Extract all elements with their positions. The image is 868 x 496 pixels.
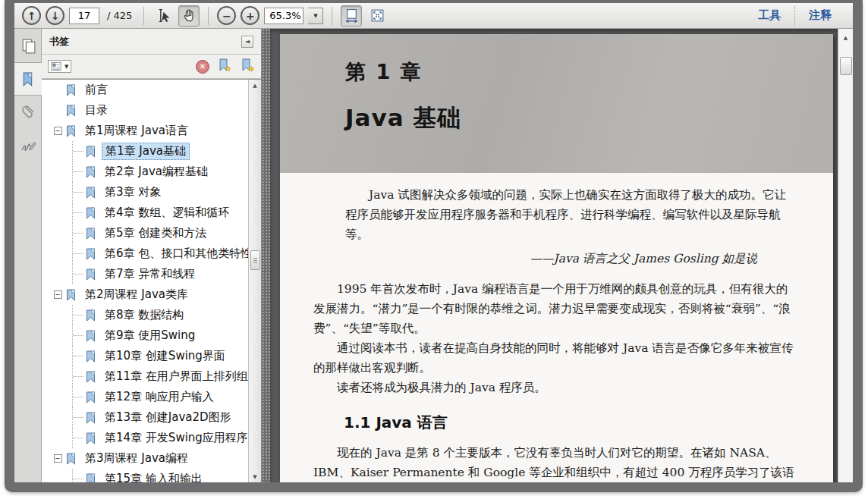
bookmark-item[interactable]: 第9章 使用Swing: [42, 325, 248, 346]
scroll-up-icon[interactable]: ▲: [840, 32, 851, 43]
bookmark-icon: [64, 104, 77, 118]
bookmark-icon: [84, 472, 97, 483]
previous-page-button[interactable]: ↑: [22, 6, 41, 25]
bookmark-label: 第11章 在用户界面上排列组件: [102, 369, 248, 385]
bookmark-item[interactable]: 第6章 包、接口和其他类特性: [42, 243, 248, 264]
bookmark-actions-group: ✕: [196, 58, 255, 76]
bookmark-icon: [84, 268, 97, 281]
comments-panel-link[interactable]: 注释: [795, 8, 845, 23]
fit-width-icon: [344, 8, 360, 24]
page-body-text: Java 试图解决众多领域的问题，实际上也确实在这方面取得了极大的成功。它让程序…: [280, 173, 833, 482]
select-tool-button[interactable]: [153, 5, 174, 27]
signatures-tab[interactable]: [14, 129, 42, 162]
bookmark-label: 第7章 异常和线程: [102, 266, 198, 282]
pdf-page: 第 1 章 Java 基础 Java 试图解决众多领域的问题，实际上也确实在这方…: [280, 34, 833, 482]
bookmark-item[interactable]: − 第2周课程 Java类库: [42, 284, 248, 305]
expand-slot: −: [51, 290, 64, 299]
main-toolbar: ↑ ↓ / 425 − + ▼: [14, 3, 853, 29]
page-thumbnails-icon: [20, 37, 37, 55]
bookmark-icon: [64, 288, 77, 302]
body-paragraph: 通过阅读本书，读者在提高自身技能的同时，将能够对 Java 语言是否像它多年来被…: [313, 338, 797, 378]
bookmark-label: 第5章 创建类和方法: [102, 225, 209, 241]
section-heading: 1.1 Java 语言: [344, 413, 797, 432]
bookmark-icon: [84, 186, 97, 199]
hand-tool-button[interactable]: [178, 5, 200, 27]
tree-scrollbar-thumb[interactable]: [250, 250, 260, 270]
zoom-in-button[interactable]: +: [241, 6, 259, 25]
bookmark-icon: [84, 432, 97, 445]
fit-width-button[interactable]: [341, 5, 362, 27]
zoom-out-button[interactable]: −: [217, 6, 236, 25]
bookmark-item[interactable]: 第5章 创建类和方法: [42, 223, 248, 243]
bookmark-item[interactable]: 第8章 数据结构: [42, 305, 248, 325]
bookmark-label: 第15章 输入和输出: [102, 471, 206, 482]
bookmark-item[interactable]: 第2章 Java编程基础: [42, 162, 248, 182]
toolbar-separator: [143, 7, 144, 25]
select-cursor-icon: [156, 8, 171, 24]
bookmark-item[interactable]: − 第1周课程 Java语言: [42, 121, 248, 141]
new-bookmark-star-icon: [217, 58, 232, 73]
page-thumbnails-tab[interactable]: [14, 29, 42, 62]
expand-slot: −: [51, 454, 64, 463]
bookmark-item[interactable]: 第10章 创建Swing界面: [42, 346, 248, 366]
scroll-up-icon[interactable]: ▲: [250, 80, 261, 91]
fit-page-icon: [370, 8, 385, 24]
epigraph-quote: Java 试图解决众多领域的问题，实际上也确实在这方面取得了极大的成功。它让程序…: [345, 185, 789, 244]
bookmark-label: 第1章 Java基础: [102, 143, 190, 160]
panel-title: 书签: [49, 35, 69, 49]
minus-icon: −: [222, 11, 231, 21]
page-number-input[interactable]: [69, 8, 99, 24]
tree-connector-line: [72, 202, 84, 223]
delete-bookmark-button[interactable]: ✕: [196, 60, 209, 74]
tree-connector-line: [72, 182, 84, 202]
body-paragraph: 现在的 Java 是第 8 个主要版本，它没有辜负当时人们对它的期望。在诸如 N…: [313, 443, 797, 482]
bookmarks-panel-header: 书签 ◄: [42, 29, 261, 55]
bookmark-item[interactable]: 第1章 Java基础: [42, 141, 248, 162]
bookmark-item[interactable]: 第14章 开发Swing应用程序: [42, 428, 248, 448]
bookmark-item[interactable]: 第4章 数组、逻辑和循环: [42, 202, 248, 223]
zoom-dropdown-button[interactable]: ▼: [308, 8, 323, 24]
tree-connector-line: [72, 141, 84, 162]
collapse-minus-icon[interactable]: −: [54, 454, 62, 463]
bookmarks-tab[interactable]: [14, 62, 42, 96]
bookmark-item[interactable]: 目录: [42, 100, 248, 121]
collapse-panel-button[interactable]: ◄: [241, 36, 253, 48]
bookmark-item[interactable]: 第13章 创建Java2D图形: [42, 407, 248, 428]
tree-connector-line: [72, 305, 84, 325]
bookmark-item[interactable]: − 第3周课程 Java编程: [42, 448, 248, 469]
document-scrollbar[interactable]: ▲: [838, 29, 853, 482]
scroll-down-icon[interactable]: ▼: [250, 471, 261, 482]
zoom-level-input[interactable]: [264, 8, 303, 24]
fit-page-button[interactable]: [366, 5, 388, 27]
new-bookmark-button[interactable]: [217, 58, 232, 76]
bookmark-label: 第3章 对象: [102, 184, 164, 200]
collapse-minus-icon[interactable]: −: [54, 127, 62, 135]
tools-panel-link[interactable]: 工具: [744, 8, 794, 23]
pdf-reader-window: ↑ ↓ / 425 − + ▼: [5, 0, 863, 492]
bookmark-icon: [84, 309, 97, 322]
bookmark-options-button[interactable]: ▼: [48, 60, 71, 73]
bookmark-label: 第3周课程 Java编程: [82, 450, 191, 466]
bookmark-item[interactable]: 第15章 输入和输出: [42, 469, 248, 482]
bookmark-icon: [64, 83, 77, 97]
bookmark-item[interactable]: 第12章 响应用户输入: [42, 387, 248, 407]
bookmark-item[interactable]: 前言: [42, 80, 248, 100]
collapse-minus-icon[interactable]: −: [54, 290, 62, 299]
attachments-tab[interactable]: [14, 96, 42, 129]
tree-connector-line: [72, 346, 84, 366]
goto-bookmark-button[interactable]: [240, 58, 255, 76]
quote-attribution: ——Java 语言之父 James Gosling 如是说: [313, 249, 757, 268]
delete-x-icon: ✕: [200, 62, 206, 71]
bookmark-item[interactable]: 第7章 异常和线程: [42, 264, 248, 284]
toolbar-separator: [332, 7, 332, 25]
panel-splitter[interactable]: [262, 29, 270, 482]
bookmark-item[interactable]: 第3章 对象: [42, 182, 248, 202]
chevron-down-icon: ▼: [313, 13, 317, 19]
bookmark-item[interactable]: 第11章 在用户界面上排列组件: [42, 366, 248, 387]
bookmark-tree-scrollbar[interactable]: ▲ ▼: [248, 80, 261, 482]
document-scrollbar-thumb[interactable]: [840, 57, 852, 75]
document-view-area[interactable]: 第 1 章 Java 基础 Java 试图解决众多领域的问题，实际上也确实在这方…: [270, 29, 838, 482]
bookmark-label: 第10章 创建Swing界面: [102, 348, 228, 364]
bookmark-icon: [64, 124, 77, 138]
next-page-button[interactable]: ↓: [46, 6, 64, 25]
